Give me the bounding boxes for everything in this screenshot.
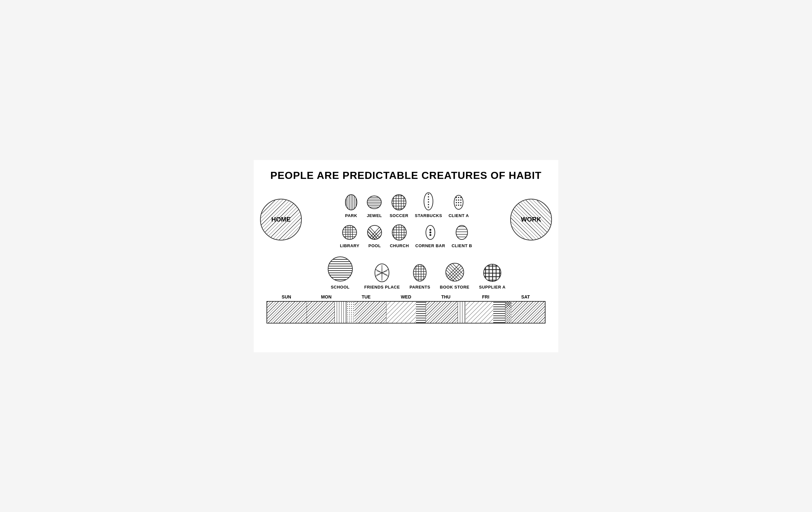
- church-item: CHURCH: [390, 223, 409, 248]
- svg-point-49: [460, 202, 462, 203]
- svg-point-52: [460, 205, 462, 206]
- friends-place-label: FRIENDS PLACE: [364, 285, 400, 290]
- bottom-section: SCHOOL: [260, 254, 552, 290]
- svg-point-34: [428, 196, 429, 198]
- jewel-label: JEWEL: [367, 213, 382, 218]
- parents-item: PARENTS: [409, 263, 430, 290]
- soccer-item: SOCCER: [389, 193, 409, 218]
- pool-icon: [366, 223, 383, 242]
- cal-sat: [505, 302, 545, 323]
- svg-point-33: [428, 193, 429, 195]
- work-label: WORK: [521, 216, 541, 223]
- library-icon: [341, 223, 358, 242]
- day-wed: WED: [386, 294, 426, 299]
- svg-point-46: [460, 200, 462, 201]
- church-label: CHURCH: [390, 243, 409, 248]
- book-store-label: BOOK STORE: [440, 285, 469, 290]
- main-section: HOME: [260, 191, 552, 248]
- svg-point-36: [428, 201, 429, 203]
- corner-bar-item: CORNER BAR: [415, 223, 445, 248]
- svg-point-37: [428, 204, 429, 205]
- supplier-a-label: SUPPLIER A: [479, 285, 506, 290]
- day-sun: SUN: [266, 294, 306, 299]
- parents-label: PARENTS: [409, 285, 430, 290]
- supplier-a-icon: [482, 263, 503, 283]
- svg-point-126: [413, 265, 426, 281]
- starbucks-item: STARBUCKS: [415, 191, 442, 218]
- icon-row-1: PARK: [343, 191, 469, 218]
- client-a-icon: [452, 193, 465, 212]
- starbucks-label: STARBUCKS: [415, 213, 442, 218]
- day-mon: MON: [306, 294, 346, 299]
- cal-thu: [426, 302, 466, 323]
- friends-place-item: FRIENDS PLACE: [364, 263, 400, 290]
- supplier-a-item: SUPPLIER A: [479, 263, 506, 290]
- school-item: SCHOOL: [326, 254, 355, 290]
- svg-point-50: [456, 205, 457, 206]
- svg-point-95: [429, 232, 431, 233]
- client-b-item: CLIENT B: [452, 223, 472, 248]
- soccer-icon: [390, 193, 408, 212]
- svg-point-44: [456, 200, 457, 201]
- library-item: LIBRARY: [340, 223, 359, 248]
- home-circle: HOME: [260, 199, 302, 240]
- svg-point-38: [428, 207, 429, 208]
- svg-point-43: [460, 197, 462, 198]
- icon-row-2: LIBRARY: [340, 223, 472, 248]
- work-circle: WORK: [510, 199, 552, 240]
- svg-point-42: [458, 197, 459, 198]
- svg-point-97: [429, 234, 431, 236]
- calendar-section: SUN MON TUE WED THU FRI SAT: [260, 294, 552, 324]
- church-icon: [390, 223, 408, 242]
- pool-item: POOL: [366, 223, 383, 248]
- svg-point-96: [429, 229, 431, 231]
- page-title: PEOPLE ARE PREDICTABLE CREATURES OF HABI…: [260, 170, 552, 181]
- cal-fri: [466, 302, 505, 323]
- svg-point-47: [456, 202, 457, 203]
- client-a-label: CLIENT A: [448, 213, 469, 218]
- parents-icon: [411, 263, 429, 283]
- book-store-item: BOOK STORE: [440, 261, 469, 290]
- day-tue: TUE: [346, 294, 386, 299]
- corner-bar-label: CORNER BAR: [415, 243, 445, 248]
- svg-point-41: [456, 197, 457, 198]
- home-label: HOME: [271, 216, 291, 223]
- park-item: PARK: [343, 193, 359, 218]
- svg-point-48: [458, 202, 459, 203]
- client-a-item: CLIENT A: [448, 193, 469, 218]
- icons-grid: PARK: [302, 191, 510, 248]
- park-icon: [343, 193, 359, 212]
- day-headers: SUN MON TUE WED THU FRI SAT: [266, 294, 546, 299]
- bottom-icons: SCHOOL: [279, 254, 552, 290]
- park-label: PARK: [345, 213, 357, 218]
- starbucks-icon: [422, 191, 435, 212]
- svg-point-99: [456, 225, 468, 240]
- friends-place-icon: [373, 263, 391, 283]
- school-label: SCHOOL: [331, 285, 350, 290]
- cal-tue: [347, 302, 386, 323]
- cal-wed: [386, 302, 426, 323]
- client-b-icon: [454, 223, 470, 242]
- cal-mon: [307, 302, 347, 323]
- calendar-bar: [266, 301, 546, 324]
- jewel-item: JEWEL: [366, 193, 383, 218]
- svg-point-35: [428, 199, 429, 200]
- main-canvas: PEOPLE ARE PREDICTABLE CREATURES OF HABI…: [254, 160, 558, 352]
- library-label: LIBRARY: [340, 243, 359, 248]
- svg-point-51: [458, 205, 459, 206]
- day-sat: SAT: [506, 294, 546, 299]
- school-icon: [326, 254, 355, 283]
- soccer-label: SOCCER: [389, 213, 409, 218]
- pool-label: POOL: [369, 243, 381, 248]
- corner-bar-icon: [424, 223, 437, 242]
- svg-point-45: [458, 200, 459, 201]
- jewel-icon: [366, 193, 383, 212]
- book-store-icon: [443, 261, 466, 283]
- day-thu: THU: [426, 294, 466, 299]
- day-fri: FRI: [466, 294, 505, 299]
- cal-sun: [267, 302, 307, 323]
- client-b-label: CLIENT B: [452, 243, 472, 248]
